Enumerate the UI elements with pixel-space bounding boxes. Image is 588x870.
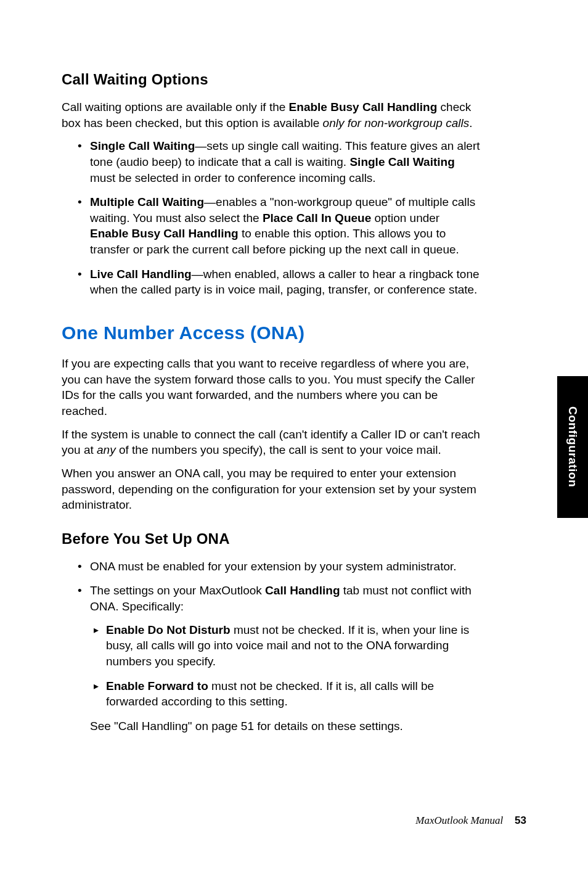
footer: MaxOutlook Manual 53 [415,815,526,827]
heading-call-waiting-options: Call Waiting Options [62,71,481,88]
list-item: Live Call Handling—when enabled, allows … [62,266,481,298]
paragraph: If you are expecting calls that you want… [62,356,481,419]
list-item: ONA must be enabled for your extension b… [62,559,481,575]
bullet-list: ONA must be enabled for your extension b… [62,559,481,734]
heading-before-you-set-up-ona: Before You Set Up ONA [62,530,481,548]
page: Configuration Call Waiting Options Call … [0,0,588,870]
list-item: Single Call Waiting—sets up single call … [62,138,481,186]
footer-title: MaxOutlook Manual [415,815,503,826]
content: Call Waiting Options Call waiting option… [62,71,481,734]
paragraph: If the system is unable to connect the c… [62,427,481,458]
list-item: Enable Forward to must not be checked. I… [90,678,481,710]
sidebar-tab-label: Configuration [566,406,579,487]
sub-bullet-list: Enable Do Not Disturb must not be checke… [90,622,481,710]
list-item: Enable Do Not Disturb must not be checke… [90,622,481,670]
list-item: Multiple Call Waiting—enables a "non-wor… [62,194,481,258]
bullet-list: Single Call Waiting—sets up single call … [62,138,481,298]
paragraph: When you answer an ONA call, you may be … [62,466,481,513]
sidebar-tab: Configuration [557,376,588,518]
footer-page-number: 53 [515,815,526,826]
paragraph: See "Call Handling" on page 51 for detai… [90,718,481,734]
paragraph: Call waiting options are available only … [62,99,481,131]
list-item: The settings on your MaxOutlook Call Han… [62,583,481,734]
heading-one-number-access: One Number Access (ONA) [62,322,481,343]
